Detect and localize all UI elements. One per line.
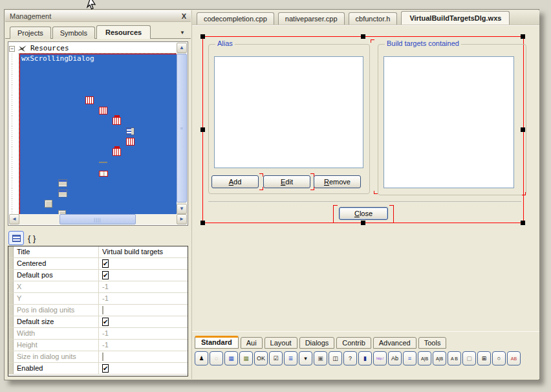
- build-targets-groupbox[interactable]: Build targets contained: [378, 44, 526, 195]
- selection-handle-middle-left[interactable]: [200, 127, 205, 132]
- choice-tool-button[interactable]: ≣: [284, 351, 297, 365]
- management-titlebar[interactable]: Management X: [5, 10, 191, 22]
- panel-icon: ▢: [466, 355, 472, 362]
- selection-handle-top-left[interactable]: [200, 34, 205, 39]
- scroll-left-icon[interactable]: ◄: [9, 214, 19, 224]
- property-value[interactable]: -1: [99, 293, 188, 304]
- property-value[interactable]: -1: [99, 328, 188, 339]
- palette-tab-contrib[interactable]: Contrib: [336, 337, 371, 349]
- selection-handle-bottom-middle[interactable]: [361, 221, 365, 225]
- tree-horizontal-scrollbar[interactable]: ◄ |||| ►: [9, 214, 187, 224]
- property-value[interactable]: -1: [99, 340, 188, 351]
- palette-tab-tools[interactable]: Tools: [418, 337, 447, 349]
- listbox-tool-button[interactable]: ≡: [403, 351, 416, 365]
- property-value[interactable]: ✔: [99, 270, 188, 281]
- property-row: Height-1: [8, 340, 188, 351]
- static-bitmap-tool-button[interactable]: ▦: [224, 351, 238, 365]
- tab-resources[interactable]: Resources: [96, 25, 151, 39]
- designer-canvas[interactable]: Alias Add Edit Remove Build targets cont…: [192, 25, 539, 331]
- tab-symbols[interactable]: Symbols: [52, 27, 95, 39]
- checkbox-checked-icon[interactable]: ✔: [102, 271, 109, 279]
- scroll-down-icon[interactable]: ▼: [177, 204, 187, 214]
- property-row: Default size✔: [8, 316, 188, 328]
- edit-button[interactable]: Edit: [263, 175, 310, 188]
- listview-tool-button[interactable]: A|B: [433, 351, 446, 365]
- property-value[interactable]: Virtual build targets: [99, 246, 188, 257]
- tree-vertical-scrollbar[interactable]: ▲ ≡ ▼: [177, 43, 187, 214]
- palette-tab-layout[interactable]: Layout: [265, 337, 297, 349]
- property-row: X-1: [8, 281, 188, 293]
- checkbox-icon[interactable]: [102, 306, 103, 314]
- sizer-bracket-left: [333, 205, 338, 223]
- radio-button-tool-button[interactable]: ○: [492, 351, 506, 365]
- tree-item[interactable]: −wxScrollingDialog: [9, 85, 177, 95]
- frame-tool-button[interactable]: ▣: [314, 351, 327, 365]
- tree-item[interactable]: −Resources: [9, 43, 177, 54]
- combobox-tool-button[interactable]: ▾: [299, 351, 312, 365]
- tree-hscroll-thumb[interactable]: ||||: [59, 214, 136, 224]
- property-value[interactable]: [99, 351, 188, 362]
- user-widget-tool-button[interactable]: ♟: [195, 351, 208, 365]
- property-value[interactable]: [99, 305, 188, 316]
- property-margin: [8, 270, 14, 281]
- listctrl-tool-button[interactable]: A|B: [418, 351, 431, 365]
- palette-tab-standard[interactable]: Standard: [195, 336, 239, 349]
- selected-dialog[interactable]: Alias Add Edit Remove Build targets cont…: [202, 36, 524, 223]
- scroll-right-icon[interactable]: ►: [177, 214, 187, 224]
- spinner-tool-button[interactable]: ◌: [210, 351, 223, 365]
- gauge-tool-button[interactable]: ▮: [358, 351, 372, 365]
- toggle-button-tool-button[interactable]: Ab: [388, 351, 402, 365]
- checkbox-checked-icon[interactable]: ✔: [102, 364, 109, 373]
- richtext-tool-button[interactable]: AB: [507, 351, 521, 365]
- hyperlink-tool-button[interactable]: http:/: [373, 351, 387, 365]
- editor-tab[interactable]: cbfunctor.h: [349, 12, 398, 25]
- selection-handle-bottom-left[interactable]: [200, 221, 205, 225]
- editor-tab[interactable]: VirtualBuildTargetsDlg.wxs: [401, 11, 510, 25]
- remove-button[interactable]: Remove: [314, 175, 361, 188]
- alias-groupbox[interactable]: Alias Add Edit Remove: [208, 44, 370, 194]
- palette-tab-aui[interactable]: Aui: [241, 337, 263, 349]
- events-braces-button[interactable]: { }: [27, 234, 37, 243]
- dialog-icon: [58, 190, 67, 197]
- static-line[interactable]: [208, 201, 521, 202]
- radiobox-tool-button[interactable]: ⊞: [477, 351, 491, 365]
- property-value[interactable]: -1: [99, 281, 188, 292]
- selection-handle-bottom-right[interactable]: [521, 221, 525, 225]
- listbox-icon: ≡: [408, 355, 411, 362]
- alias-listbox[interactable]: [214, 56, 363, 168]
- staticboxsizer-icon: [113, 117, 121, 125]
- checkbox-tool-button[interactable]: ☑: [269, 351, 283, 365]
- static-bitmap-icon: ▦: [228, 355, 234, 362]
- close-icon[interactable]: X: [182, 12, 186, 20]
- selection-handle-top-right[interactable]: [521, 34, 525, 39]
- property-value[interactable]: ✔: [99, 258, 188, 269]
- bitmap-combo-tool-button[interactable]: ▦: [239, 351, 253, 365]
- tab-projects[interactable]: Projects: [10, 27, 51, 39]
- build-targets-listbox[interactable]: [384, 56, 514, 188]
- checkbox-checked-icon[interactable]: ✔: [102, 259, 109, 268]
- editor-tab[interactable]: nativeparser.cpp: [278, 12, 345, 25]
- property-value[interactable]: ✔: [99, 316, 188, 327]
- help-button-tool-button[interactable]: ?: [343, 351, 357, 365]
- expander-minus-icon[interactable]: −: [9, 46, 15, 52]
- scroll-up-icon[interactable]: ▲: [177, 43, 187, 53]
- property-margin: [8, 281, 14, 292]
- checkbox-icon[interactable]: [102, 353, 103, 361]
- palette-tab-advanced[interactable]: Advanced: [373, 337, 416, 349]
- selection-handle-top-middle[interactable]: [361, 34, 365, 39]
- close-button[interactable]: Close: [339, 207, 388, 220]
- palette-tab-dialogs[interactable]: Dialogs: [299, 337, 335, 349]
- property-grid-view-button[interactable]: [8, 231, 24, 245]
- add-button[interactable]: Add: [211, 175, 259, 188]
- button-ok-tool-button[interactable]: OK: [254, 351, 268, 365]
- property-margin: [8, 246, 14, 257]
- listview-icon: A|B: [436, 356, 443, 361]
- tree-vscroll-thumb[interactable]: ≡: [177, 54, 187, 202]
- small-combo-tool-button[interactable]: ◫: [329, 351, 342, 365]
- property-value[interactable]: ✔: [99, 363, 188, 374]
- key-buttons-tool-button[interactable]: A B: [448, 351, 461, 365]
- listctrl-icon: A|B: [421, 356, 428, 361]
- checkbox-checked-icon[interactable]: ✔: [102, 318, 109, 326]
- editor-tab[interactable]: codecompletion.cpp: [197, 12, 274, 25]
- panel-tool-button[interactable]: ▢: [462, 351, 476, 365]
